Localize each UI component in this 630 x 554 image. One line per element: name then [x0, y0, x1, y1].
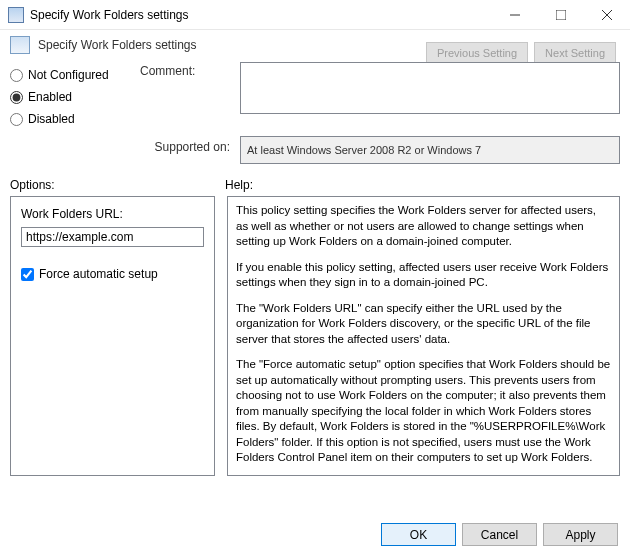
ok-button[interactable]: OK	[381, 523, 456, 546]
radio-not-configured-label[interactable]: Not Configured	[28, 68, 109, 82]
help-paragraph: The "Force automatic setup" option speci…	[236, 357, 611, 466]
radio-disabled-label[interactable]: Disabled	[28, 112, 75, 126]
help-section-label: Help:	[225, 178, 253, 192]
heading-text: Specify Work Folders settings	[38, 38, 197, 52]
radio-enabled[interactable]	[10, 91, 23, 104]
title-bar: Specify Work Folders settings	[0, 0, 630, 30]
supported-value: At least Windows Server 2008 R2 or Windo…	[240, 136, 620, 164]
url-label: Work Folders URL:	[21, 207, 204, 221]
next-setting-button[interactable]: Next Setting	[534, 42, 616, 64]
options-pane: Work Folders URL: Force automatic setup	[10, 196, 215, 476]
policy-icon	[10, 36, 30, 54]
help-pane[interactable]: This policy setting specifies the Work F…	[227, 196, 620, 476]
maximize-button[interactable]	[538, 0, 584, 29]
supported-label: Supported on:	[10, 136, 240, 154]
force-label[interactable]: Force automatic setup	[39, 267, 158, 281]
cancel-button[interactable]: Cancel	[462, 523, 537, 546]
radio-not-configured[interactable]	[10, 69, 23, 82]
force-checkbox[interactable]	[21, 268, 34, 281]
close-button[interactable]	[584, 0, 630, 29]
help-paragraph: The "Work Folders URL" can specify eithe…	[236, 301, 611, 348]
help-paragraph: If you enable this policy setting, affec…	[236, 260, 611, 291]
comment-textarea[interactable]	[240, 62, 620, 114]
radio-disabled[interactable]	[10, 113, 23, 126]
previous-setting-button[interactable]: Previous Setting	[426, 42, 528, 64]
window-title: Specify Work Folders settings	[30, 8, 492, 22]
options-section-label: Options:	[10, 178, 225, 192]
comment-label: Comment:	[140, 62, 240, 114]
minimize-button[interactable]	[492, 0, 538, 29]
url-input[interactable]	[21, 227, 204, 247]
radio-enabled-label[interactable]: Enabled	[28, 90, 72, 104]
app-icon	[8, 7, 24, 23]
help-paragraph: This policy setting specifies the Work F…	[236, 203, 611, 250]
apply-button[interactable]: Apply	[543, 523, 618, 546]
